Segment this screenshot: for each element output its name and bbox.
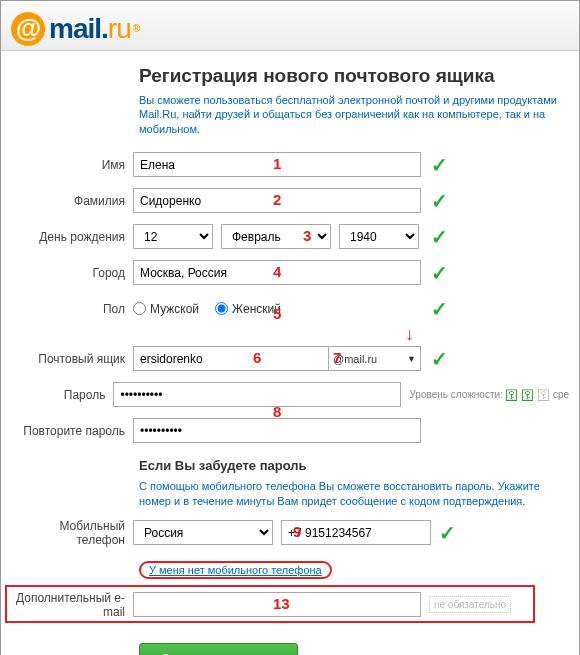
label-password-repeat: Повторите пароль bbox=[11, 424, 133, 438]
register-button[interactable]: Зарегистрироваться bbox=[139, 643, 298, 655]
label-gender: Пол bbox=[11, 302, 133, 316]
check-icon: ✓ bbox=[431, 225, 448, 249]
gender-male-radio[interactable] bbox=[133, 302, 146, 315]
password-repeat-input[interactable] bbox=[133, 418, 421, 443]
last-name-input[interactable] bbox=[133, 188, 421, 213]
dob-month-select[interactable]: Февраль bbox=[221, 224, 331, 249]
gender-male-option[interactable]: Мужской bbox=[133, 302, 199, 316]
no-mobile-link[interactable]: У меня нет мобильного телефона bbox=[139, 561, 332, 579]
dob-day-select[interactable]: 12 bbox=[133, 224, 213, 249]
forgot-heading: Если Вы забудете пароль bbox=[139, 458, 569, 473]
row-city: Город 4 ✓ bbox=[11, 260, 569, 286]
label-mobile: Мобильный телефон bbox=[11, 519, 133, 547]
strength-label: Уровень сложности: bbox=[409, 389, 502, 400]
logo-reg-mark: ® bbox=[133, 23, 139, 34]
row-last-name: Фамилия 2 ✓ bbox=[11, 188, 569, 214]
check-icon: ✓ bbox=[431, 261, 448, 285]
key-icon: ⚿ bbox=[537, 387, 551, 403]
optional-tag: не обязательно bbox=[429, 596, 511, 613]
label-alt-email: Дополнительный e-mail bbox=[11, 591, 133, 619]
dob-year-select[interactable]: 1940 bbox=[339, 224, 419, 249]
label-password: Пароль bbox=[11, 388, 113, 402]
key-icon: ⚿ bbox=[505, 387, 519, 403]
submit-row: Зарегистрироваться bbox=[139, 643, 569, 655]
phone-country-select[interactable]: Россия bbox=[133, 520, 273, 545]
label-last-name: Фамилия bbox=[11, 194, 133, 208]
logo-main: mail bbox=[49, 13, 101, 45]
page-title: Регистрация нового почтового ящика bbox=[139, 65, 569, 87]
strength-word: сре bbox=[553, 389, 569, 400]
label-first-name: Имя bbox=[11, 158, 133, 172]
alt-email-input[interactable] bbox=[133, 592, 421, 617]
password-input[interactable] bbox=[113, 382, 401, 407]
logo-dot: . bbox=[101, 13, 108, 45]
check-icon: ✓ bbox=[431, 153, 448, 177]
content: Регистрация нового почтового ящика Вы см… bbox=[1, 51, 579, 655]
check-icon: ✓ bbox=[439, 521, 456, 545]
mailbox-domain-value: @mail.ru bbox=[333, 353, 377, 365]
logo-ru: ru bbox=[108, 13, 131, 45]
check-icon: ✓ bbox=[431, 189, 448, 213]
gender-female-radio[interactable] bbox=[215, 302, 228, 315]
label-city: Город bbox=[11, 266, 133, 280]
mailbox-login-input[interactable] bbox=[133, 346, 328, 371]
row-dob: День рождения 12 Февраль 1940 3 ✓ bbox=[11, 224, 569, 250]
label-mailbox: Почтовый ящик bbox=[11, 352, 133, 366]
city-input[interactable] bbox=[133, 260, 421, 285]
row-password: Пароль Уровень сложности: ⚿ ⚿ ⚿ сре bbox=[11, 382, 569, 408]
row-mobile: Мобильный телефон Россия 9 ✓ bbox=[11, 519, 569, 547]
first-name-input[interactable] bbox=[133, 152, 421, 177]
gender-female-label: Женский bbox=[232, 302, 281, 316]
intro-text: Вы сможете пользоваться бесплатной элект… bbox=[139, 93, 569, 136]
logo-at-icon: @ bbox=[11, 12, 45, 46]
phone-number-input[interactable] bbox=[281, 520, 431, 545]
label-dob: День рождения bbox=[11, 230, 133, 244]
password-strength: Уровень сложности: ⚿ ⚿ ⚿ сре bbox=[409, 387, 569, 403]
row-password-repeat: Повторите пароль 8 bbox=[11, 418, 569, 444]
chevron-down-icon: ▼ bbox=[407, 354, 416, 364]
registration-page: @ mail.ru ® Регистрация нового почтового… bbox=[0, 0, 580, 655]
row-first-name: Имя 1 ✓ bbox=[11, 152, 569, 178]
row-gender: Пол Мужской Женский 5 ✓ bbox=[11, 296, 569, 322]
mailbox-domain-select[interactable]: @mail.ru ▼ bbox=[328, 346, 421, 371]
check-icon: ✓ bbox=[431, 297, 448, 321]
key-icon: ⚿ bbox=[521, 387, 535, 403]
logo: @ mail.ru ® bbox=[11, 12, 139, 46]
gender-female-option[interactable]: Женский bbox=[215, 302, 281, 316]
forgot-text: С помощью мобильного телефона Вы сможете… bbox=[139, 479, 569, 509]
row-alt-email: Дополнительный e-mail 13 не обязательно bbox=[11, 591, 569, 619]
row-mailbox: Почтовый ящик @mail.ru ▼ 6 7 ↓ ✓ bbox=[11, 346, 569, 372]
check-icon: ✓ bbox=[431, 347, 448, 371]
header-bar: @ mail.ru ® bbox=[1, 1, 579, 51]
gender-male-label: Мужской bbox=[150, 302, 199, 316]
